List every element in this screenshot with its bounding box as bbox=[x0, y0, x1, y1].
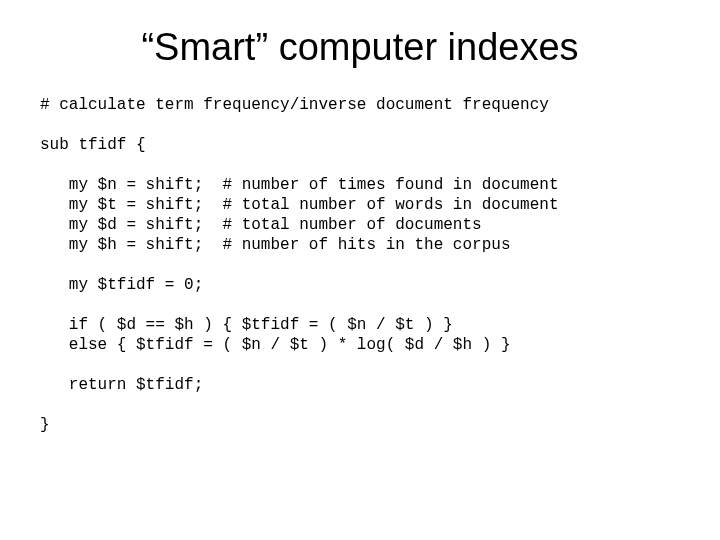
slide: “Smart” computer indexes # calculate ter… bbox=[0, 0, 720, 540]
code-block: # calculate term frequency/inverse docum… bbox=[40, 95, 680, 435]
code-line: return $tfidf; bbox=[40, 376, 203, 394]
code-line: sub tfidf { bbox=[40, 136, 146, 154]
code-line: else { $tfidf = ( $n / $t ) * log( $d / … bbox=[40, 336, 510, 354]
code-line: # calculate term frequency/inverse docum… bbox=[40, 96, 549, 114]
code-line: } bbox=[40, 416, 50, 434]
code-line: my $h = shift; # number of hits in the c… bbox=[40, 236, 510, 254]
code-line: if ( $d == $h ) { $tfidf = ( $n / $t ) } bbox=[40, 316, 453, 334]
code-line: my $tfidf = 0; bbox=[40, 276, 203, 294]
code-line: my $n = shift; # number of times found i… bbox=[40, 176, 558, 194]
code-line: my $d = shift; # total number of documen… bbox=[40, 216, 482, 234]
slide-title: “Smart” computer indexes bbox=[40, 26, 680, 69]
code-line: my $t = shift; # total number of words i… bbox=[40, 196, 558, 214]
